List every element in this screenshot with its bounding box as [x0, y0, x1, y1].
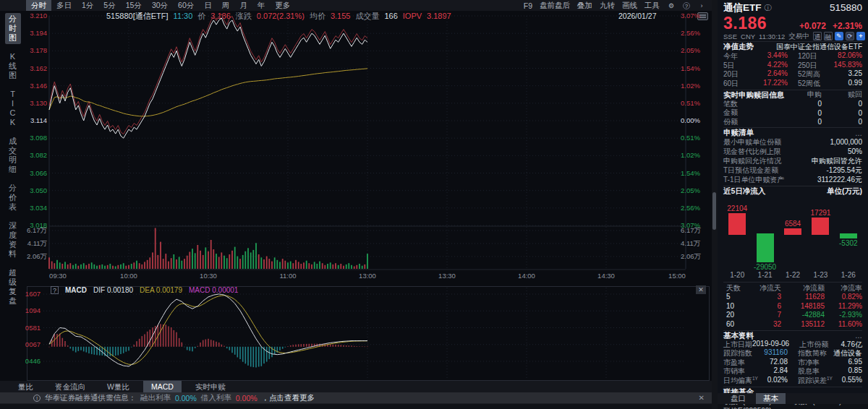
- tool-九转[interactable]: 九转: [600, 1, 615, 11]
- flow-table-cell: -2.93%: [825, 311, 862, 319]
- basic-row: 日均偏离1Y0.02%跟踪误差1Y0.55%: [723, 376, 862, 386]
- sidebar-item-成交明细[interactable]: 成 交 明 细: [5, 135, 21, 176]
- indicator-tab-资金流向[interactable]: 资金流向: [47, 381, 93, 392]
- sidebar-item-分时图[interactable]: 分 时 图: [5, 13, 21, 44]
- sidebar-item-TICK[interactable]: T I C K: [5, 88, 21, 129]
- sidebar-item-深度资料[interactable]: 深 度 资 料: [5, 220, 21, 260]
- app-window: 分时多日1分5分15分30分60分日周月年更多 F9盘前盘后叠加九转画线工具⚙?…: [0, 0, 868, 409]
- flow-table-cell: 11.60%: [825, 320, 862, 328]
- tool-叠加[interactable]: 叠加: [577, 1, 592, 11]
- intraday-chart[interactable]: 3.2103.1943.1783.1623.1463.1303.1143.098…: [25, 11, 712, 284]
- pct-axis-label: 1.02%: [681, 82, 700, 90]
- flow-table-header: 天数净流天净流额净流率: [723, 283, 862, 293]
- flow-bar-column: 17291: [807, 197, 834, 271]
- pencil-icon[interactable]: ✎: [835, 32, 843, 40]
- axis-labels: 3.2103.1943.1783.1623.1463.1303.1143.098…: [27, 12, 701, 280]
- plus-icon[interactable]: +: [856, 32, 865, 40]
- tool-F9[interactable]: F9: [524, 1, 532, 10]
- panel-scrollbar[interactable]: [712, 0, 718, 409]
- time-axis-label: 10:30: [200, 272, 217, 280]
- notice-more-link[interactable]: ，点击查看更多: [262, 393, 315, 403]
- scrollbar-thumb[interactable]: [712, 192, 716, 230]
- panel-price: 3.186: [723, 14, 767, 33]
- indicator-tab-MACD[interactable]: MACD: [143, 381, 182, 392]
- flow-bar-date: 1-20: [723, 271, 751, 280]
- period-tab-5分[interactable]: 5分: [98, 0, 120, 11]
- basic-label: 日均偏离1Y: [723, 376, 758, 386]
- badge-融: 融: [824, 32, 833, 40]
- vol-axis-label: 6.17万: [681, 226, 701, 234]
- rt-row: 金额00: [723, 108, 862, 117]
- basic-row: 市盈率72.08市净率6.95: [723, 358, 862, 368]
- period-tab-周[interactable]: 周: [217, 0, 235, 11]
- linked-fund-row: 联接E(022500): [723, 406, 862, 409]
- help-circle-icon[interactable]: ?: [683, 2, 690, 9]
- macd-close-icon[interactable]: ✕: [696, 285, 706, 294]
- list-label: 最小申赎单位份额: [723, 137, 781, 147]
- macd-grid: [27, 287, 710, 381]
- flow-table-cell: 60: [726, 320, 748, 328]
- price-axis-label: 3.066: [30, 169, 47, 177]
- sidebar-item-K线图[interactable]: K 线 图: [5, 51, 21, 82]
- list-more-icon[interactable]: …: [855, 129, 862, 137]
- indicator-tab-实时申赎[interactable]: 实时申赎: [187, 381, 234, 392]
- refresh-icon[interactable]: ⟳: [846, 32, 854, 40]
- period-tab-更多[interactable]: 更多: [270, 0, 295, 11]
- panel-tab-盘口[interactable]: 盘口: [723, 393, 753, 404]
- price-axis-label: 3.050: [30, 186, 47, 194]
- toolbar-tools: F9盘前盘后叠加九转画线工具⚙?›: [524, 0, 712, 11]
- info-icon[interactable]: ⓘ: [765, 3, 772, 13]
- badge-通: 通: [813, 32, 822, 40]
- linked-fund[interactable]: 联接E(022500): [723, 406, 793, 409]
- chart-grid: [49, 16, 686, 270]
- period-tab-60分[interactable]: 60分: [173, 0, 199, 11]
- period-tab-多日[interactable]: 多日: [51, 0, 77, 11]
- flow-table-row: 603213511211.60%: [723, 319, 862, 329]
- period-tab-日[interactable]: 日: [199, 0, 217, 11]
- nav-label: 52周低: [798, 79, 820, 89]
- chevron-right-icon[interactable]: ›: [697, 1, 706, 10]
- net-inflow-table: 天数净流天净流额净流率53116280.82%10614818511.29%20…: [723, 282, 862, 329]
- period-tab-30分[interactable]: 30分: [147, 0, 173, 11]
- rt-col-subscribe: 申购: [781, 90, 822, 100]
- macd-axis-label: 0.00067: [25, 340, 41, 348]
- macd-readout: MACD 0.00001: [189, 286, 238, 294]
- flow-table-cell: 10: [726, 302, 748, 310]
- indicator-tab-量比[interactable]: 量比: [10, 381, 41, 392]
- period-tab-1分[interactable]: 1分: [77, 0, 98, 11]
- sidebar-item-超级复盘[interactable]: 超 级 复 盘: [5, 267, 21, 307]
- rt-redeem-value: 0: [822, 100, 862, 108]
- tool-工具[interactable]: 工具: [644, 1, 660, 11]
- flow-table-cell: 135112: [781, 320, 825, 328]
- indicator-tabs: 量比资金流向W量比MACD实时申赎: [0, 381, 712, 392]
- gear-icon[interactable]: ⚙: [667, 1, 676, 10]
- flow-table-cell: 32: [748, 320, 781, 328]
- pct-axis-label: 2.56%: [681, 204, 700, 212]
- period-tab-年[interactable]: 年: [252, 0, 271, 11]
- panel-tab-基本[interactable]: 基本: [756, 393, 786, 404]
- basic-row: 跟踪指数931160指数简称通信设备: [723, 349, 862, 358]
- period-tab-月[interactable]: 月: [234, 0, 252, 11]
- tool-画线[interactable]: 画线: [622, 1, 637, 11]
- basic-more-icon[interactable]: …: [855, 332, 862, 340]
- flow-table-cell: -42884: [781, 311, 825, 319]
- flow-table-cell: 11628: [781, 293, 825, 301]
- sidebar-item-分价表[interactable]: 分 价 表: [5, 182, 21, 213]
- tool-盘前盘后[interactable]: 盘前盘后: [540, 1, 570, 11]
- period-tab-15分[interactable]: 15分: [121, 0, 147, 11]
- help-icon[interactable]: ?: [51, 286, 59, 294]
- list-value: 50%: [848, 147, 862, 155]
- notice-bar[interactable]: ! 华泰证券融券通供需信息： 融出利率 0.00% 借入利率 0.00% ，点击…: [0, 392, 712, 403]
- macd-chart[interactable]: 0.016070.010940.005810.00067-0.00446: [25, 284, 712, 381]
- rt-rows: 笔数00金额00份额00: [723, 99, 862, 126]
- period-tab-分时[interactable]: 分时: [26, 0, 51, 11]
- basic-label: 跟踪误差1Y: [798, 376, 833, 386]
- flow-bar-value: 22104: [723, 204, 751, 212]
- flow-table-cell: 3: [748, 293, 781, 301]
- pct-axis-label: 1.54%: [681, 64, 700, 72]
- panel-icons: 通融✎⟳+: [813, 32, 865, 40]
- notice-close-icon[interactable]: ✕: [699, 394, 705, 402]
- indicator-tab-W量比[interactable]: W量比: [99, 381, 137, 392]
- nav-row: 20日2.64%52周高3.25: [723, 70, 862, 79]
- macd-name[interactable]: MACD: [65, 286, 87, 294]
